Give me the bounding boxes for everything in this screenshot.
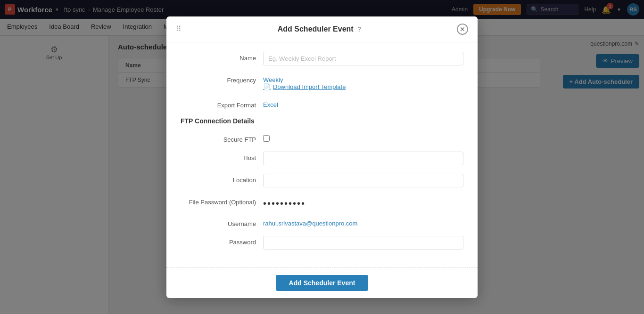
password-field-row: Password [181, 236, 463, 250]
modal-close-button[interactable]: ✕ [457, 24, 468, 35]
username-label: Username [181, 217, 256, 227]
host-input[interactable] [263, 152, 463, 165]
file-password-label: File Password (Optional) [181, 196, 256, 206]
add-scheduler-event-button[interactable]: Add Scheduler Event [276, 275, 369, 291]
username-value: rahul.srivastava@questionpro.com [263, 217, 463, 227]
secure-ftp-row: Secure FTP [181, 133, 463, 143]
export-format-value: Excel [263, 99, 463, 108]
host-field-row: Host [181, 152, 463, 165]
location-field-row: Location [181, 174, 463, 187]
file-password-row: File Password (Optional) •••••••••• [181, 196, 463, 209]
name-label: Name [181, 52, 256, 62]
host-label: Host [181, 152, 256, 161]
modal-header: ⠿ Add Scheduler Event ? ✕ [166, 16, 478, 42]
export-format-label: Export Format [181, 99, 256, 109]
password-value [263, 236, 463, 250]
location-label: Location [181, 174, 256, 184]
modal-overlay[interactable]: ⠿ Add Scheduler Event ? ✕ Name Frequency… [0, 0, 644, 314]
file-icon: 📄 [263, 83, 271, 90]
modal-help-icon[interactable]: ? [357, 25, 362, 33]
password-label: Password [181, 236, 256, 246]
frequency-label: Frequency [181, 74, 256, 84]
username-text: rahul.srivastava@questionpro.com [263, 217, 463, 227]
modal-footer: Add Scheduler Event [166, 267, 478, 298]
secure-ftp-checkbox[interactable] [263, 135, 270, 142]
host-value [263, 152, 463, 165]
download-link-label: Download Import Template [273, 83, 346, 90]
export-format-text: Excel [263, 99, 463, 108]
location-input[interactable] [263, 174, 463, 187]
secure-ftp-value [263, 133, 463, 142]
name-field-row: Name [181, 52, 463, 65]
add-scheduler-modal: ⠿ Add Scheduler Event ? ✕ Name Frequency… [166, 16, 478, 298]
frequency-field-row: Frequency Weekly 📄 Download Import Templ… [181, 74, 463, 90]
username-field-row: Username rahul.srivastava@questionpro.co… [181, 217, 463, 227]
modal-title-text: Add Scheduler Event [278, 25, 354, 33]
drag-handle-icon[interactable]: ⠿ [176, 24, 182, 33]
ftp-section-title: FTP Connection Details [181, 117, 463, 125]
modal-body: Name Frequency Weekly 📄 Download Import … [166, 42, 478, 267]
export-format-row: Export Format Excel [181, 99, 463, 109]
password-input[interactable] [263, 236, 463, 250]
secure-ftp-label: Secure FTP [181, 133, 256, 143]
frequency-text: Weekly [263, 74, 463, 83]
name-input[interactable] [263, 52, 463, 65]
location-value [263, 174, 463, 187]
name-value [263, 52, 463, 65]
download-import-template-link[interactable]: 📄 Download Import Template [263, 83, 463, 90]
file-password-value: •••••••••• [263, 196, 463, 209]
frequency-value: Weekly 📄 Download Import Template [263, 74, 463, 90]
file-password-dots: •••••••••• [263, 196, 463, 209]
modal-title: Add Scheduler Event ? [182, 25, 457, 33]
